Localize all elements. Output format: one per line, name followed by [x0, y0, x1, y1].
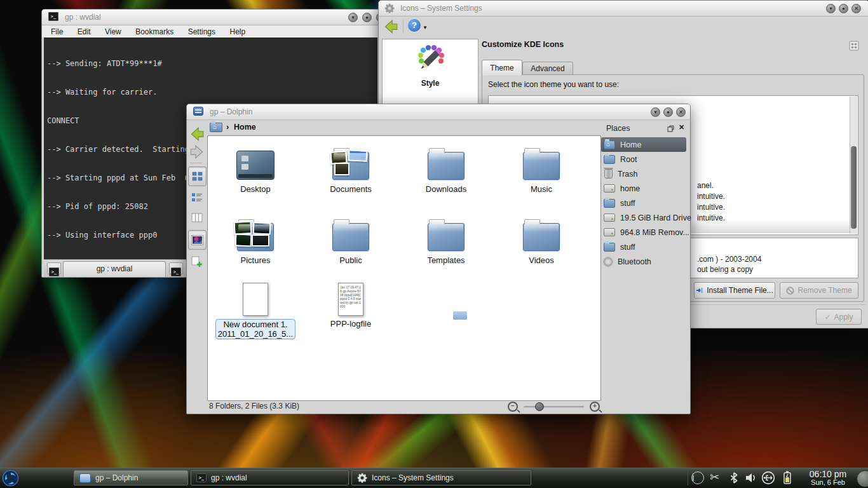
file-label-selected: New document 1.2011_01_20_16_5... — [215, 319, 295, 339]
file-label: PPP-logfile — [306, 319, 395, 329]
install-theme-button[interactable]: Install Theme File... — [694, 282, 775, 299]
logfile-preview-icon: Jan 17 09:47:18 gp-Aspire-5738 pppd[1946… — [338, 283, 363, 316]
tray-separator — [688, 471, 688, 485]
float-panel-icon[interactable] — [667, 125, 674, 132]
bluetooth-icon[interactable] — [728, 471, 740, 484]
columns-view-button[interactable] — [188, 208, 205, 227]
place-item-home[interactable]: ⌂ Home — [601, 137, 686, 152]
back-icon — [189, 126, 205, 142]
folder-item[interactable]: Documents — [306, 143, 395, 194]
minimize-button[interactable]: ▾ — [651, 107, 660, 117]
page-title: Customize KDE Icons — [482, 40, 564, 49]
module-item-style[interactable]: Style — [383, 44, 478, 88]
folder-item[interactable]: Desktop — [211, 143, 300, 194]
dolphin-title: gp – Dolphin — [210, 107, 252, 116]
scrollbar[interactable] — [850, 97, 857, 234]
zoom-slider-track[interactable] — [524, 406, 584, 408]
folder-item[interactable]: Downloads — [402, 143, 491, 194]
new-tab-button[interactable]: >_ — [47, 262, 61, 274]
battery-icon[interactable] — [782, 470, 793, 485]
preview-toggle-button[interactable] — [188, 230, 207, 250]
task-konsole[interactable]: >_ gp : wvdial — [191, 470, 349, 485]
overview-grid-icon[interactable] — [849, 41, 859, 51]
chevron-down-icon[interactable]: ▼ — [423, 25, 428, 30]
place-item-trash[interactable]: Trash — [601, 166, 686, 181]
menu-view[interactable]: View — [105, 27, 121, 36]
folder-item[interactable]: Music — [497, 143, 586, 194]
folder-item[interactable]: Pictures — [211, 214, 300, 265]
file-view[interactable]: Desktop Documents Downloads Music — [207, 135, 601, 401]
place-item-bluetooth[interactable]: Bluetooth — [601, 254, 686, 269]
launcher-button[interactable] — [2, 470, 19, 488]
menu-file[interactable]: File — [51, 27, 63, 36]
tab-theme[interactable]: Theme — [482, 60, 522, 76]
maximize-button[interactable]: ● — [663, 107, 673, 117]
pictures-folder-icon — [237, 223, 274, 251]
place-item-root[interactable]: Root — [601, 152, 686, 166]
minimize-button[interactable]: ▾ — [826, 4, 836, 13]
file-item-selected[interactable]: New document 1.2011_01_20_16_5... — [211, 276, 300, 339]
place-item-hard-drive[interactable]: 19.5 GiB Hard Drive — [601, 210, 686, 225]
place-label: Home — [620, 140, 641, 149]
clock-date: Sun, 6 Feb — [802, 478, 854, 486]
icons-view-icon — [192, 171, 203, 182]
task-system-settings[interactable]: Icons – System Settings — [351, 470, 531, 485]
place-item-home-drive[interactable]: home — [601, 181, 686, 196]
help-icon[interactable]: ? — [408, 19, 421, 32]
konsole-titlebar[interactable]: >_ gp : wvdial ▾ ● ✕ — [42, 10, 379, 25]
panel-cashew-icon[interactable] — [857, 470, 868, 487]
menu-help[interactable]: Help — [229, 27, 245, 36]
maximize-button[interactable]: ● — [839, 4, 848, 13]
minimize-button[interactable]: ▾ — [348, 13, 358, 22]
scrollbar-thumb[interactable] — [851, 146, 857, 229]
details-view-button[interactable] — [188, 188, 205, 207]
close-button[interactable]: ✕ — [851, 4, 861, 13]
folder-item[interactable]: Templates — [402, 214, 491, 265]
task-label: gp : wvdial — [211, 473, 247, 482]
close-panel-icon[interactable]: ✕ — [679, 123, 684, 132]
menu-bookmarks[interactable]: Bookmarks — [135, 27, 173, 36]
terminal-icon: >_ — [48, 12, 58, 21]
breadcrumb-separator: › — [226, 122, 229, 132]
split-add-icon — [191, 256, 203, 268]
zoom-slider-handle[interactable] — [535, 402, 544, 411]
tab-list-button[interactable]: >_ — [169, 262, 183, 274]
klipper-scissors-icon[interactable]: ✂ — [710, 470, 719, 484]
back-icon[interactable] — [383, 18, 399, 35]
file-item[interactable]: Jan 17 09:47:18 gp-Aspire-5738 pppd[1946… — [306, 276, 395, 329]
maximize-button[interactable]: ● — [362, 13, 372, 22]
usb-device-icon[interactable] — [761, 471, 775, 485]
zoom-in-icon[interactable]: + — [590, 402, 600, 412]
konsole-tab[interactable]: gp : wvdial — [63, 261, 166, 277]
icons-view-button[interactable] — [188, 166, 207, 186]
place-item-stuff[interactable]: stuff — [601, 196, 686, 210]
task-dolphin[interactable]: gp – Dolphin — [74, 470, 188, 485]
folder-icon — [428, 223, 465, 251]
folder-item[interactable]: Videos — [497, 214, 586, 265]
close-button[interactable]: ✕ — [676, 107, 686, 117]
konsole-tab-label: gp : wvdial — [97, 264, 133, 273]
zoom-out-icon[interactable]: − — [508, 402, 518, 412]
menu-settings[interactable]: Settings — [188, 27, 215, 36]
forward-button[interactable] — [188, 142, 205, 161]
volume-icon[interactable] — [745, 472, 757, 484]
folder-item[interactable]: Public — [306, 214, 395, 265]
breadcrumb-home[interactable]: Home — [234, 123, 256, 132]
split-view-button[interactable] — [188, 252, 205, 271]
menu-edit[interactable]: Edit — [78, 27, 91, 36]
module-label: Style — [383, 79, 478, 88]
place-item-stuff2[interactable]: stuff — [601, 240, 686, 254]
gear-icon — [384, 3, 395, 13]
gear-icon — [357, 473, 367, 483]
place-item-removable[interactable]: 964.8 MiB Remov... — [601, 225, 686, 240]
tab-advanced[interactable]: Advanced — [522, 62, 573, 76]
info-icon[interactable]: i — [691, 471, 704, 484]
system-settings-titlebar[interactable]: Icons – System Settings ▾ ● ✕ — [379, 1, 868, 17]
back-button[interactable] — [188, 125, 205, 143]
taskbar: gp – Dolphin >_ gp : wvdial Icons – Syst… — [0, 468, 868, 488]
apply-button[interactable]: ✓ Apply — [816, 309, 862, 325]
remove-theme-button[interactable]: Remove Theme — [780, 282, 858, 299]
home-folder-icon[interactable]: ⌂ — [210, 123, 222, 132]
clock[interactable]: 06:10 pm Sun, 6 Feb — [802, 469, 854, 486]
dolphin-titlebar[interactable]: gp – Dolphin ▾ ● ✕ — [187, 104, 690, 120]
